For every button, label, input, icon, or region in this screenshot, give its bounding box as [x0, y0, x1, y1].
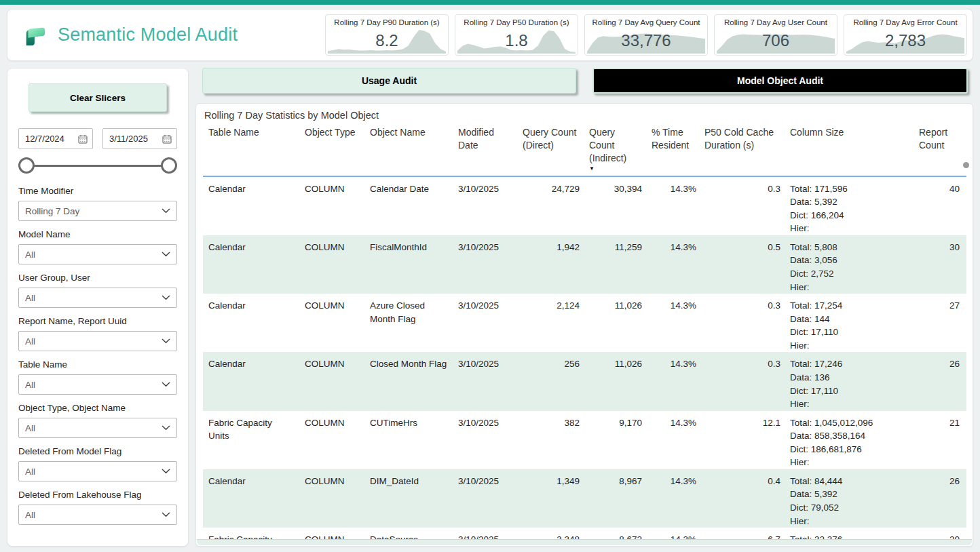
tab-usage-audit[interactable]: Usage Audit: [202, 68, 576, 94]
slicer-dropdown[interactable]: All: [18, 418, 177, 438]
cell-p50-cold-cache-duration: 0.3: [699, 294, 785, 352]
cell-column-size: Total: 17,254Data: 144Dict: 17,110Hier:: [785, 294, 913, 352]
cell-query-count-indirect: 11,026: [584, 294, 646, 352]
chevron-down-icon[interactable]: [162, 252, 170, 257]
column-header[interactable]: Modified Date: [453, 123, 517, 176]
cell-object-type: COLUMN: [299, 176, 364, 235]
clear-slicers-button[interactable]: Clear Slicers: [29, 83, 167, 112]
tab-model-object-audit[interactable]: Model Object Audit: [592, 68, 968, 94]
kpi-value: 706: [715, 31, 837, 50]
slider-handle-end[interactable]: [161, 157, 177, 174]
cell-query-count-direct: 1,942: [517, 235, 584, 294]
slicer-selected-value: All: [25, 293, 162, 303]
tab-bar: Usage Audit Model Object Audit: [195, 68, 973, 94]
table-row[interactable]: Fabric Capacity UnitsCOLUMNCUTimeHrs3/10…: [203, 411, 966, 469]
cell-modified-date: 3/10/2025: [453, 411, 517, 469]
table-row[interactable]: CalendarCOLUMNFiscalMonthId3/10/20251,94…: [203, 235, 966, 294]
chevron-down-icon[interactable]: [162, 512, 170, 517]
model-object-table: Table NameObject TypeObject NameModified…: [203, 123, 966, 547]
column-header[interactable]: Table Name: [203, 123, 299, 176]
cell-query-count-indirect: 11,026: [584, 352, 646, 410]
header: Semantic Model Audit Rolling 7 Day P90 D…: [7, 9, 973, 61]
slicer-dropdown[interactable]: Rolling 7 Day: [18, 201, 177, 221]
chevron-down-icon[interactable]: [162, 382, 170, 387]
table-row[interactable]: CalendarCOLUMNClosed Month Flag3/10/2025…: [203, 352, 966, 410]
slicer-list: Time Modifier Rolling 7 Day Model Name A…: [18, 186, 177, 525]
cell-table-name: Fabric Capacity Units: [203, 411, 299, 469]
cell-query-count-direct: 2,124: [517, 294, 584, 352]
column-header[interactable]: % Time Resident: [646, 123, 699, 176]
slicer-dropdown[interactable]: All: [18, 244, 177, 264]
kpi-title: Rolling 7 Day Avg User Count: [715, 18, 837, 26]
kpi-card[interactable]: Rolling 7 Day P90 Duration (s) 8.2: [325, 14, 449, 56]
kpi-title: Rolling 7 Day P90 Duration (s): [326, 18, 448, 26]
page-title: Semantic Model Audit: [58, 24, 238, 45]
kpi-card[interactable]: Rolling 7 Day Avg Query Count 33,776: [584, 14, 708, 56]
chevron-down-icon[interactable]: [162, 295, 170, 300]
partial-next-row: [197, 539, 972, 545]
column-header[interactable]: Report Count: [913, 123, 966, 176]
slider-handle-start[interactable]: [18, 157, 35, 174]
date-from-input[interactable]: 12/7/2024: [18, 128, 93, 149]
slicer-dropdown[interactable]: All: [18, 374, 177, 395]
chevron-down-icon[interactable]: [162, 338, 170, 344]
kpi-card[interactable]: Rolling 7 Day Avg User Count 706: [714, 14, 837, 56]
cell-column-size: Total: 1,045,012,096Data: 858,358,164Dic…: [785, 411, 913, 469]
cell-p50-cold-cache-duration: 0.3: [699, 176, 785, 235]
cell-table-name: Calendar: [203, 469, 299, 528]
cell-table-name: Calendar: [203, 352, 299, 410]
cell-p50-cold-cache-duration: 12.1: [699, 411, 785, 469]
slicer-label: Time Modifier: [18, 186, 177, 196]
kpi-card[interactable]: Rolling 7 Day P50 Duration (s) 1.8: [455, 14, 578, 56]
kpi-card[interactable]: Rolling 7 Day Avg Error Count 2,783: [844, 14, 967, 56]
sort-descending-icon[interactable]: ▼: [589, 166, 641, 172]
cell-p50-cold-cache-duration: 0.4: [699, 469, 785, 528]
kpi-cards: Rolling 7 Day P90 Duration (s) 8.2 Rolli…: [325, 14, 967, 56]
slicer-dropdown[interactable]: All: [18, 461, 177, 481]
slicer-selected-value: All: [25, 467, 162, 477]
column-header[interactable]: Query Count (Indirect)▼: [584, 123, 646, 176]
table-row[interactable]: CalendarCOLUMNDIM_DateId3/10/20251,3498,…: [203, 469, 966, 528]
cell-query-count-direct: 24,729: [517, 176, 584, 235]
kpi-title: Rolling 7 Day Avg Error Count: [844, 18, 966, 26]
column-header[interactable]: Object Name: [364, 123, 453, 176]
slicer-panel: Clear Slicers 12/7/2024 3/11/2025: [7, 68, 189, 547]
date-range-slicer: 12/7/2024 3/11/2025: [18, 128, 177, 149]
cell-object-type: COLUMN: [299, 469, 364, 528]
slicer-dropdown[interactable]: All: [18, 331, 177, 351]
slicer-label: User Group, User: [18, 273, 177, 283]
slicer-selected-value: All: [25, 336, 162, 347]
slicer-label: Model Name: [18, 229, 177, 239]
cell-object-name: Closed Month Flag: [364, 352, 453, 410]
cell-column-size: Total: 171,596Data: 5,392Dict: 166,204Hi…: [785, 176, 913, 235]
slicer-dropdown[interactable]: All: [18, 288, 177, 308]
date-to-value[interactable]: 3/11/2025: [109, 134, 162, 144]
cell-object-name: Azure Closed Month Flag: [364, 294, 453, 352]
date-to-input[interactable]: 3/11/2025: [102, 128, 177, 149]
slicer-group: Deleted From Lakehouse Flag All: [18, 490, 177, 525]
fabric-logo-icon: [22, 24, 45, 47]
column-header[interactable]: Query Count (Direct): [517, 123, 584, 176]
slicer-group: Object Type, Object Name All: [18, 403, 177, 438]
cell-table-name: Calendar: [203, 235, 299, 294]
slider-track: [26, 165, 169, 167]
slicer-dropdown[interactable]: All: [18, 505, 177, 525]
slicer-group: User Group, User All: [18, 273, 177, 308]
table-row[interactable]: CalendarCOLUMNAzure Closed Month Flag3/1…: [203, 294, 966, 352]
calendar-icon[interactable]: [162, 134, 172, 144]
chevron-down-icon[interactable]: [162, 208, 170, 214]
column-header[interactable]: P50 Cold Cache Duration (s): [699, 123, 785, 176]
calendar-icon[interactable]: [78, 134, 88, 144]
table-row[interactable]: CalendarCOLUMNCalendar Date3/10/202524,7…: [203, 176, 966, 235]
slicer-selected-value: All: [25, 510, 162, 520]
kpi-title: Rolling 7 Day Avg Query Count: [585, 18, 707, 26]
date-from-value[interactable]: 12/7/2024: [25, 134, 78, 144]
column-header[interactable]: Column Size: [785, 123, 913, 176]
column-header[interactable]: Object Type: [299, 123, 364, 176]
chevron-down-icon[interactable]: [162, 469, 170, 474]
cell-table-name: Calendar: [203, 294, 299, 352]
vertical-scrollbar-thumb[interactable]: [963, 162, 969, 168]
slicer-group: Time Modifier Rolling 7 Day: [18, 186, 177, 221]
chevron-down-icon[interactable]: [162, 425, 170, 431]
cell-pct-time-resident: 14.3%: [646, 411, 699, 469]
